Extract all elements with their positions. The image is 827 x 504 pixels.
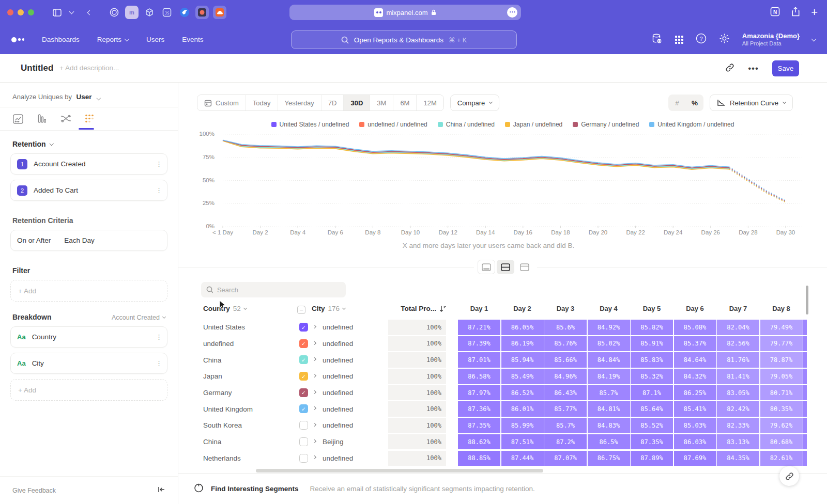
- retention-cell[interactable]: 83.13%: [717, 434, 759, 450]
- horizontal-scrollbar[interactable]: [201, 469, 807, 473]
- retention-cell-clipped[interactable]: [803, 434, 807, 450]
- legend-item[interactable]: Japan / undefined: [505, 121, 562, 128]
- report-title[interactable]: Untitled: [21, 63, 53, 73]
- criteria-interval[interactable]: Each Day: [64, 237, 95, 244]
- retention-cell[interactable]: 85.32%: [631, 369, 673, 384]
- retention-cell[interactable]: 85.02%: [588, 336, 630, 352]
- retention-cell[interactable]: 86.58%: [458, 369, 500, 384]
- step-menu-icon[interactable]: ⋮: [156, 163, 161, 165]
- retention-cell[interactable]: 81.76%: [717, 352, 759, 368]
- nav-reports[interactable]: Reports: [97, 36, 129, 43]
- retention-cell[interactable]: 86.52%: [501, 385, 544, 401]
- compare-button[interactable]: Compare: [450, 94, 499, 111]
- legend-item[interactable]: United States / undefined: [271, 121, 349, 128]
- expand-row-icon[interactable]: [313, 417, 318, 434]
- retention-cell[interactable]: 86.03%: [674, 434, 716, 450]
- table-row[interactable]: Japan✓undefined100%86.58%85.49%84.96%84.…: [201, 368, 807, 385]
- retention-cell[interactable]: 85.52%: [631, 418, 673, 433]
- retention-cell-clipped[interactable]: [803, 352, 807, 368]
- retention-cell[interactable]: 80.71%: [760, 385, 803, 401]
- step-menu-icon[interactable]: ⋮: [156, 189, 161, 192]
- range-6m[interactable]: 6M: [393, 95, 416, 111]
- retention-cell[interactable]: 86.75%: [588, 451, 630, 466]
- tab-funnels-icon[interactable]: [36, 113, 48, 124]
- retention-cell[interactable]: 79.05%: [760, 369, 803, 384]
- add-description[interactable]: + Add description...: [59, 64, 119, 72]
- column-day[interactable]: Day 3: [544, 305, 587, 312]
- retention-cell[interactable]: 84.19%: [588, 369, 630, 384]
- step-event-name[interactable]: Account Created: [34, 160, 149, 168]
- close-window-button[interactable]: [7, 9, 13, 15]
- retention-cell-clipped[interactable]: [803, 385, 807, 401]
- breakdown-menu-icon[interactable]: ⋮: [156, 336, 161, 338]
- extension-password-manager-icon[interactable]: [108, 6, 121, 19]
- breakdown-property[interactable]: Country: [32, 333, 149, 341]
- retention-cell[interactable]: 85.49%: [501, 369, 544, 384]
- select-all-checkbox[interactable]: –: [297, 306, 305, 314]
- table-row[interactable]: South Koreaundefined100%87.35%85.99%85.7…: [201, 417, 807, 434]
- retention-cell-clipped[interactable]: [803, 320, 807, 335]
- row-checkbox[interactable]: [299, 437, 308, 446]
- row-checkbox[interactable]: [299, 421, 308, 430]
- breakdown-card-city[interactable]: Aa City ⋮: [10, 353, 167, 374]
- extension-bird-icon[interactable]: [178, 6, 191, 19]
- add-filter-button[interactable]: + Add: [10, 280, 167, 302]
- retention-cell[interactable]: 85.66%: [544, 352, 587, 368]
- retention-cell[interactable]: 86.19%: [501, 336, 544, 352]
- retention-cell[interactable]: 87.1%: [631, 385, 673, 401]
- column-city[interactable]: City176: [312, 305, 345, 312]
- site-options-icon[interactable]: ⋯: [507, 7, 517, 18]
- retention-cell[interactable]: 84.64%: [674, 352, 716, 368]
- tab-insights-icon[interactable]: [12, 113, 24, 124]
- share-icon[interactable]: [791, 7, 800, 19]
- step-event-name[interactable]: Added To Cart: [34, 186, 149, 194]
- retention-line-chart[interactable]: [220, 132, 806, 230]
- extension-javascript-icon[interactable]: JS: [160, 6, 174, 19]
- column-day[interactable]: Day 7: [717, 305, 759, 312]
- retention-cell-clipped[interactable]: [803, 336, 807, 352]
- retention-cell[interactable]: 82.33%: [717, 418, 759, 433]
- table-only-view-icon[interactable]: [516, 260, 533, 274]
- absolute-count-toggle[interactable]: #: [668, 94, 686, 111]
- browser-sidebar-icon[interactable]: [50, 5, 64, 20]
- retention-cell[interactable]: 87.89%: [631, 451, 673, 466]
- criteria-operator[interactable]: On or After: [17, 237, 51, 244]
- retention-section-header[interactable]: Retention: [0, 131, 178, 153]
- retention-cell[interactable]: 87.39%: [458, 336, 500, 352]
- expand-row-icon[interactable]: [313, 434, 318, 450]
- add-breakdown-button[interactable]: + Add: [10, 379, 167, 401]
- mixpanel-logo-icon[interactable]: [11, 37, 24, 42]
- range-30d[interactable]: 30D: [343, 95, 370, 111]
- notion-extension-icon[interactable]: N: [770, 7, 780, 19]
- range-yesterday[interactable]: Yesterday: [278, 95, 321, 111]
- save-button[interactable]: Save: [772, 60, 799, 76]
- column-day[interactable]: Day 4: [588, 305, 630, 312]
- nav-events[interactable]: Events: [182, 36, 203, 43]
- retention-cell[interactable]: 84.83%: [588, 418, 630, 433]
- retention-cell[interactable]: 88.62%: [458, 434, 500, 450]
- retention-cell[interactable]: 85.7%: [544, 418, 587, 433]
- table-row[interactable]: China✓undefined100%87.01%85.94%85.66%84.…: [201, 352, 807, 368]
- retention-cell[interactable]: 84.92%: [588, 320, 630, 335]
- retention-cell[interactable]: 85.41%: [674, 401, 716, 417]
- retention-cell[interactable]: 87.21%: [458, 320, 500, 335]
- retention-cell[interactable]: 79.49%: [760, 320, 803, 335]
- legend-item[interactable]: undefined / undefined: [359, 121, 427, 128]
- chart-type-selector[interactable]: Retention Curve: [710, 94, 793, 111]
- table-row[interactable]: Germany✓undefined100%87.97%86.52%86.43%8…: [201, 385, 807, 401]
- retention-cell[interactable]: 79.77%: [760, 336, 803, 352]
- share-link-floating-button[interactable]: [779, 466, 799, 486]
- settings-gear-icon[interactable]: [719, 33, 730, 46]
- retention-cell[interactable]: 81.41%: [717, 369, 759, 384]
- chart-only-view-icon[interactable]: [478, 260, 495, 274]
- breakdown-property[interactable]: City: [32, 359, 149, 367]
- expand-row-icon[interactable]: [313, 336, 318, 352]
- retention-cell[interactable]: 87.07%: [544, 451, 587, 466]
- analyze-uniques-row[interactable]: Analyze Uniques by User: [0, 83, 178, 107]
- split-view-icon[interactable]: [497, 260, 514, 274]
- retention-cell[interactable]: 87.44%: [501, 451, 544, 466]
- retention-cell[interactable]: 87.97%: [458, 385, 500, 401]
- retention-cell[interactable]: 85.7%: [588, 385, 630, 401]
- retention-cell[interactable]: 87.69%: [674, 451, 716, 466]
- retention-cell[interactable]: 86.05%: [501, 320, 544, 335]
